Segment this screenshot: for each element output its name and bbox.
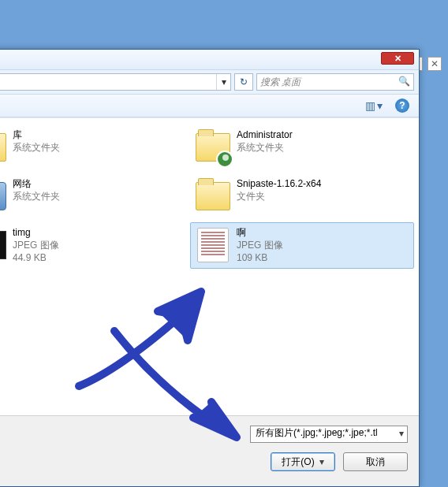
- help-button[interactable]: ?: [394, 97, 411, 114]
- file-open-dialog: ✕ ▾ ↻ 搜索 桌面 🔍 ▥ ▾ ?: [0, 49, 420, 487]
- file-list-area: 库 系统文件夹 网络 系统文件夹 timg JPEG 图像: [0, 117, 419, 417]
- document-image-icon: [194, 226, 232, 264]
- dialog-toolbar: ▥ ▾ ?: [0, 94, 419, 117]
- file-item-name: Administrator: [237, 128, 293, 141]
- dialog-bottom-bar: 所有图片(*.jpg;*.jpeg;*.jpe;*.tl 打开(O) ▾ 取消: [0, 415, 419, 486]
- views-caret-icon: ▾: [377, 99, 383, 112]
- open-button-label: 打开(O): [282, 455, 314, 469]
- libraries-folder-icon: [0, 128, 8, 166]
- file-column-left: 库 系统文件夹 网络 系统文件夹 timg JPEG 图像: [0, 125, 190, 272]
- file-column-right: Administrator 系统文件夹 Snipaste-1.16.2-x64 …: [190, 125, 414, 272]
- file-type-filter-text: 所有图片(*.jpg;*.jpeg;*.jpe;*.tl: [256, 427, 378, 438]
- file-type-filter[interactable]: 所有图片(*.jpg;*.jpeg;*.jpe;*.tl: [250, 426, 408, 443]
- file-item-network[interactable]: 网络 系统文件夹: [0, 173, 190, 219]
- search-icon: 🔍: [398, 76, 410, 87]
- search-input[interactable]: 搜索 桌面 🔍: [256, 73, 414, 91]
- file-item-name: 库: [13, 128, 60, 141]
- image-file-icon: [0, 226, 8, 264]
- search-placeholder: 搜索 桌面: [260, 76, 301, 89]
- file-item-administrator[interactable]: Administrator 系统文件夹: [190, 125, 414, 170]
- dialog-close-button[interactable]: ✕: [381, 52, 414, 65]
- file-item-type: 系统文件夹: [13, 141, 60, 154]
- file-item-name: timg: [13, 226, 59, 239]
- views-button[interactable]: ▥ ▾: [365, 97, 383, 114]
- file-item-size: 44.9 KB: [13, 251, 59, 264]
- user-folder-icon: [194, 128, 232, 166]
- views-icon: ▥: [365, 99, 375, 112]
- file-item-name: 网络: [13, 177, 60, 190]
- file-item-snipaste[interactable]: Snipaste-1.16.2-x64 文件夹: [190, 173, 414, 219]
- chevron-down-icon: ▾: [319, 456, 324, 467]
- folder-icon: [194, 177, 232, 215]
- close-icon: ✕: [394, 54, 401, 64]
- help-icon: ?: [395, 99, 409, 113]
- file-item-selected[interactable]: 啊 JPEG 图像 109 KB: [190, 222, 414, 269]
- file-item-type: 文件夹: [237, 190, 321, 203]
- file-item-libraries[interactable]: 库 系统文件夹: [0, 125, 190, 170]
- network-icon: [0, 177, 8, 215]
- file-item-type: 系统文件夹: [13, 190, 60, 203]
- cancel-button[interactable]: 取消: [343, 452, 408, 471]
- file-item-type: JPEG 图像: [237, 239, 283, 251]
- dialog-titlebar: ✕: [0, 50, 419, 70]
- refresh-button[interactable]: ↻: [234, 73, 253, 91]
- file-item-timg[interactable]: timg JPEG 图像 44.9 KB: [0, 222, 190, 269]
- address-dropdown-icon[interactable]: ▾: [216, 74, 230, 90]
- address-bar[interactable]: ▾: [0, 73, 231, 91]
- outer-close-button[interactable]: ✕: [427, 57, 442, 71]
- file-item-name: Snipaste-1.16.2-x64: [237, 177, 321, 190]
- file-item-name: 啊: [237, 226, 283, 239]
- refresh-icon: ↻: [240, 76, 248, 87]
- cancel-button-label: 取消: [366, 455, 385, 469]
- file-item-type: 系统文件夹: [237, 141, 293, 154]
- file-item-size: 109 KB: [237, 251, 283, 264]
- close-icon: ✕: [431, 59, 439, 69]
- open-button[interactable]: 打开(O) ▾: [271, 452, 335, 471]
- dialog-nav-row: ▾ ↻ 搜索 桌面 🔍: [0, 70, 419, 94]
- file-item-type: JPEG 图像: [13, 239, 59, 251]
